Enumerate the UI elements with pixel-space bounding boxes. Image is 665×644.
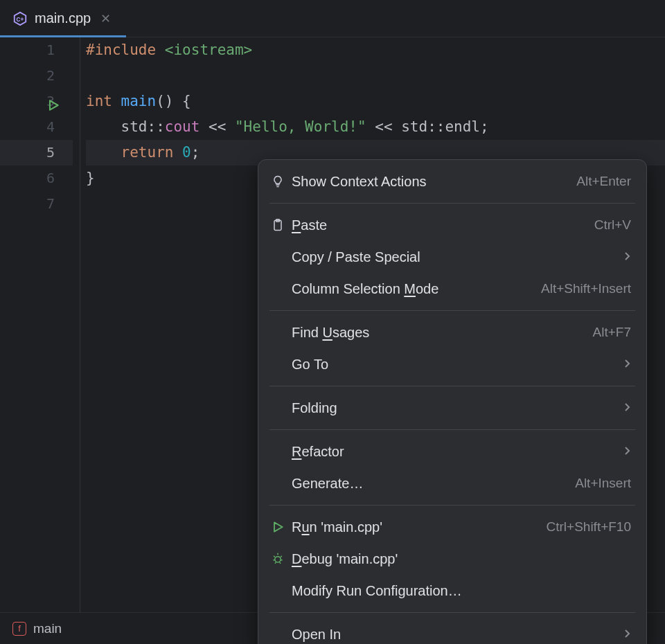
chevron-right-icon — [624, 400, 631, 416]
gutter-line[interactable]: 7 — [0, 191, 73, 217]
run-icon — [271, 520, 292, 534]
menu-item-label: Debug 'main.cpp' — [292, 551, 631, 567]
line-number: 2 — [41, 63, 55, 89]
menu-item-show-context-actions[interactable]: Show Context ActionsAlt+Enter — [258, 166, 646, 197]
cpp-file-icon: C+ — [12, 11, 28, 26]
code-line[interactable]: std::cout << "Hello, World!" << std::end… — [86, 114, 665, 140]
menu-separator — [269, 429, 635, 430]
menu-item-label: Generate… — [292, 476, 575, 492]
menu-item-label: Open In — [292, 627, 624, 643]
menu-item-label: Paste — [292, 217, 594, 233]
code-line[interactable]: int main() { — [86, 89, 665, 114]
menu-item-folding[interactable]: Folding — [258, 392, 646, 424]
line-number: 1 — [41, 37, 55, 63]
menu-item-go-to[interactable]: Go To — [258, 348, 646, 380]
menu-separator — [269, 612, 635, 613]
menu-item-debug-main-cpp[interactable]: Debug 'main.cpp' — [258, 543, 646, 575]
context-menu: Show Context ActionsAlt+EnterPasteCtrl+V… — [258, 159, 647, 644]
menu-item-copy-paste-special[interactable]: Copy / Paste Special — [258, 241, 646, 273]
line-number: 7 — [41, 191, 55, 217]
tab-bar: C+ main.cpp ✕ — [0, 0, 665, 37]
chevron-right-icon — [624, 444, 631, 460]
chevron-right-icon — [624, 627, 631, 643]
code-line[interactable] — [86, 63, 665, 89]
line-number: 6 — [41, 166, 55, 191]
run-gutter-icon[interactable] — [46, 95, 60, 109]
menu-shortcut: Alt+Shift+Insert — [541, 281, 631, 296]
menu-item-label: Find Usages — [292, 325, 593, 341]
line-number: 5 — [41, 140, 55, 166]
menu-shortcut: Alt+Insert — [575, 476, 631, 491]
menu-separator — [269, 386, 635, 386]
svg-point-3 — [275, 557, 281, 562]
menu-shortcut: Ctrl+Shift+F10 — [547, 519, 632, 535]
breadcrumb-symbol[interactable]: main — [33, 621, 62, 636]
menu-item-generate[interactable]: Generate…Alt+Insert — [258, 467, 646, 499]
menu-item-label: Folding — [292, 400, 624, 416]
menu-separator — [269, 310, 635, 311]
menu-item-run-main-cpp[interactable]: Run 'main.cpp'Ctrl+Shift+F10 — [258, 511, 646, 543]
svg-text:C+: C+ — [17, 16, 24, 22]
gutter-line[interactable]: 6 — [0, 166, 73, 191]
menu-item-label: Copy / Paste Special — [292, 249, 624, 265]
gutter-line[interactable]: 4 — [0, 114, 73, 140]
gutter-line[interactable]: 2 — [0, 63, 73, 89]
menu-item-modify-run-configuration[interactable]: Modify Run Configuration… — [258, 575, 646, 607]
menu-item-label: Run 'main.cpp' — [292, 519, 547, 535]
menu-separator — [269, 203, 635, 204]
gutter: 1234567 — [0, 37, 80, 612]
bulb-icon — [271, 175, 292, 188]
menu-shortcut: Alt+F7 — [593, 325, 631, 340]
paste-icon — [271, 218, 292, 232]
menu-item-open-in[interactable]: Open In — [258, 618, 646, 644]
line-number: 4 — [41, 114, 55, 140]
chevron-right-icon — [624, 357, 631, 373]
menu-item-label: Go To — [292, 357, 624, 373]
menu-item-label: Modify Run Configuration… — [292, 583, 631, 599]
menu-item-refactor[interactable]: Refactor — [258, 436, 646, 467]
close-icon[interactable]: ✕ — [98, 11, 114, 26]
menu-item-label: Column Selection Mode — [292, 281, 541, 297]
menu-item-label: Show Context Actions — [292, 174, 576, 190]
tab-main-cpp[interactable]: C+ main.cpp ✕ — [0, 0, 126, 37]
tab-label: main.cpp — [35, 10, 91, 26]
chevron-right-icon — [624, 249, 631, 265]
menu-separator — [269, 505, 635, 506]
menu-item-paste[interactable]: PasteCtrl+V — [258, 209, 646, 241]
code-line[interactable]: #include <iostream> — [86, 37, 665, 63]
gutter-line[interactable]: 5 — [0, 140, 73, 166]
menu-shortcut: Ctrl+V — [594, 217, 631, 233]
gutter-line[interactable]: 3 — [0, 89, 73, 114]
menu-shortcut: Alt+Enter — [576, 174, 631, 189]
debug-icon — [271, 552, 292, 566]
menu-item-label: Refactor — [292, 444, 624, 460]
gutter-line[interactable]: 1 — [0, 37, 73, 63]
function-icon: f — [12, 622, 26, 636]
menu-item-find-usages[interactable]: Find UsagesAlt+F7 — [258, 316, 646, 348]
menu-item-column-selection-mode[interactable]: Column Selection ModeAlt+Shift+Insert — [258, 273, 646, 305]
